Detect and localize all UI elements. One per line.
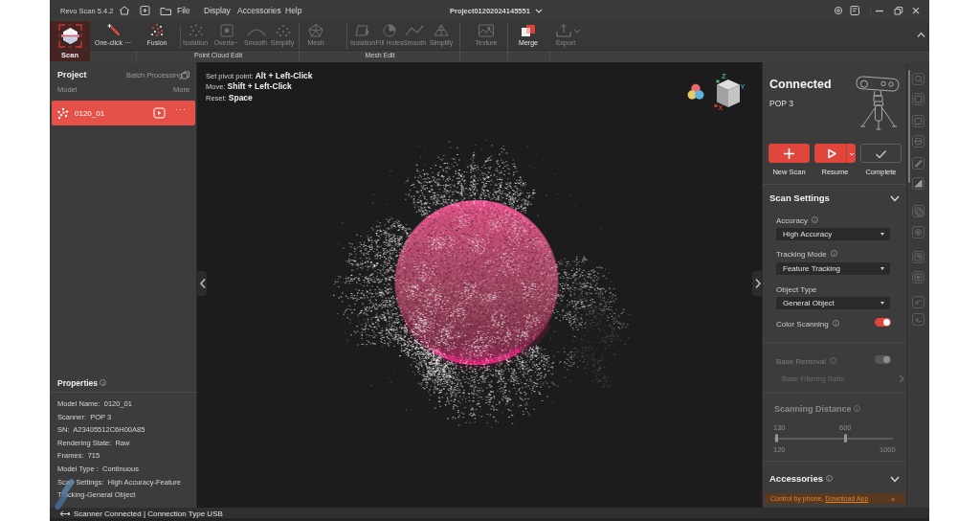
svg-text:X: X <box>719 103 724 110</box>
svg-text:Z: Z <box>722 72 726 80</box>
svg-text:Y: Y <box>741 82 746 91</box>
